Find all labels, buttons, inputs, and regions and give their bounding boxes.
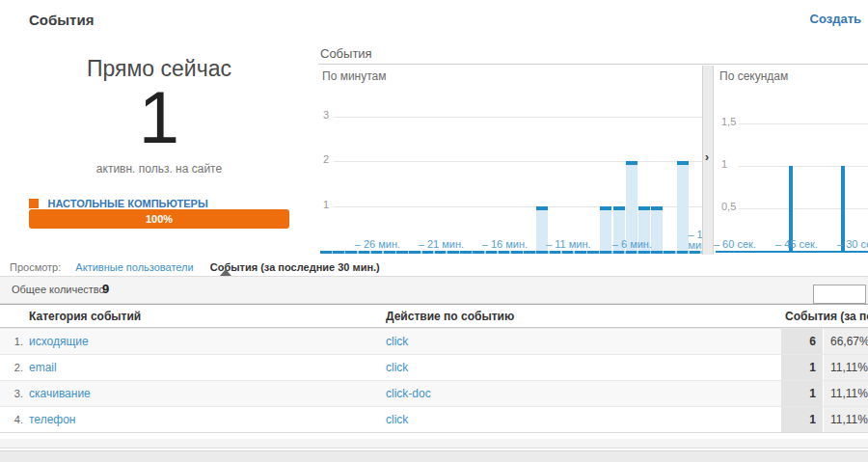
- rank-column-header: [0, 305, 25, 327]
- action-column-header[interactable]: Действие по событию: [380, 305, 781, 327]
- desktop-percentage-bar: 100%: [29, 209, 289, 229]
- minute-y-tick-label: 2: [321, 153, 331, 165]
- category-link[interactable]: скачивание: [29, 387, 91, 400]
- desktop-legend-label: НАСТОЛЬНЫЕ КОМПЬЮТЕРЫ: [47, 198, 207, 209]
- minute-chart-axis: [320, 251, 702, 254]
- minute-bar-cap: [651, 206, 663, 210]
- minute-x-tick-label: – 16 мин.: [474, 238, 535, 250]
- active-users-caption: активн. польз. на сайте: [29, 162, 289, 176]
- minute-bar: [677, 161, 689, 251]
- event-percent: 66,67%: [823, 329, 868, 354]
- chart-splitter[interactable]: ›: [702, 66, 714, 255]
- event-count: 6: [781, 329, 823, 354]
- event-percent: 11,11%: [823, 355, 868, 380]
- tab-events-last-30-min[interactable]: События (за последние 30 мин.): [210, 261, 380, 273]
- second-gridline: [739, 166, 868, 167]
- minute-bar-cap: [613, 206, 625, 210]
- minute-bar-cap: [536, 206, 548, 210]
- category-link[interactable]: телефон: [29, 413, 76, 426]
- second-y-tick-label: 1,5: [719, 116, 738, 127]
- view-label: Просмотр:: [10, 261, 61, 273]
- event-count: 1: [781, 381, 823, 406]
- row-rank: 3.: [0, 381, 25, 406]
- action-link[interactable]: click-doc: [386, 387, 431, 400]
- minute-y-tick-label: 3: [321, 109, 331, 121]
- category-column-header[interactable]: Категория событий: [25, 305, 380, 327]
- action-link[interactable]: click: [386, 361, 408, 374]
- second-y-tick-label: 0,5: [719, 201, 738, 212]
- device-legend: НАСТОЛЬНЫЕ КОМПЬЮТЕРЫ: [29, 194, 208, 205]
- desktop-legend-swatch-icon: [29, 199, 39, 208]
- minute-x-tick-label: – 26 мин.: [346, 238, 408, 250]
- category-link[interactable]: email: [29, 361, 57, 374]
- minute-bar-cap: [677, 161, 689, 165]
- chart-title-divider: [318, 64, 868, 65]
- minute-x-tick-label: – 6 мин.: [601, 238, 663, 250]
- minute-gridline: [334, 161, 702, 162]
- minute-x-tick-label: – 21 мин.: [410, 238, 472, 250]
- second-chart-axis: [716, 251, 868, 253]
- second-x-tick-label: – 45 сек.: [766, 238, 827, 250]
- table-filter-input[interactable]: [813, 285, 866, 304]
- second-gridline: [739, 123, 868, 124]
- event-percent: 11,11%: [823, 381, 868, 406]
- category-link[interactable]: исходящие: [29, 335, 89, 348]
- page-title: События: [29, 12, 94, 28]
- second-y-tick-label: 1: [719, 158, 729, 170]
- minute-x-tick-label: – 1 мин.: [688, 230, 703, 251]
- active-users-count: 1: [29, 81, 289, 154]
- minute-bar-cap: [638, 206, 650, 210]
- action-link[interactable]: click: [386, 413, 408, 426]
- view-switcher: Просмотр: Активные пользователи События …: [10, 261, 380, 273]
- table-row: 2. email click 1 11,11%: [0, 354, 868, 380]
- row-rank: 2.: [0, 355, 25, 380]
- event-count: 1: [781, 407, 823, 432]
- row-rank: 4.: [0, 407, 25, 432]
- events-table: Категория событий Действие по событию Со…: [0, 304, 868, 433]
- table-row: 1. исходящие click 6 66,67%: [0, 328, 868, 354]
- minute-bar-cap: [626, 161, 637, 165]
- chevron-right-icon: ›: [705, 150, 709, 164]
- row-rank: 1.: [0, 329, 25, 354]
- second-x-tick-label: – 60 сек.: [704, 238, 766, 250]
- table-row: 4. телефон click 1 11,11%: [0, 406, 868, 432]
- table-header-row: Категория событий Действие по событию Со…: [0, 304, 868, 328]
- action-link[interactable]: click: [386, 335, 408, 348]
- event-percent: 11,11%: [823, 407, 868, 432]
- per-second-chart: 0,511,5– 60 сек.– 45 сек.– 30 сек.: [716, 66, 868, 255]
- minute-y-tick-label: 1: [321, 199, 331, 210]
- minute-gridline: [334, 117, 702, 118]
- second-gridline: [739, 208, 868, 209]
- realtime-events-page: События Создать Прямо сейчас 1 активн. п…: [0, 0, 868, 462]
- footer-bar: [0, 439, 868, 448]
- tab-active-users[interactable]: Активные пользователи: [75, 261, 193, 273]
- events-column-header[interactable]: События (за последние 30 мин.): [781, 305, 868, 327]
- event-count: 1: [781, 355, 823, 380]
- table-toolbar: Общее количество: 9: [0, 276, 868, 304]
- active-tab-caret-icon: [220, 269, 231, 276]
- table-row: 3. скачивание click-doc 1 11,11%: [0, 380, 868, 406]
- second-x-tick-label: – 30 сек.: [827, 238, 868, 250]
- per-minute-chart: 123– 26 мин.– 21 мин.– 16 мин.– 11 мин.–…: [320, 66, 702, 255]
- minute-bar-cap: [600, 206, 611, 210]
- footer-bar: [0, 450, 868, 462]
- total-count-label: Общее количество:: [12, 284, 108, 295]
- total-count-value: 9: [102, 282, 109, 296]
- minute-x-tick-label: – 11 мин.: [537, 238, 599, 250]
- create-link[interactable]: Создать: [810, 12, 861, 26]
- chart-section-title: События: [320, 46, 372, 61]
